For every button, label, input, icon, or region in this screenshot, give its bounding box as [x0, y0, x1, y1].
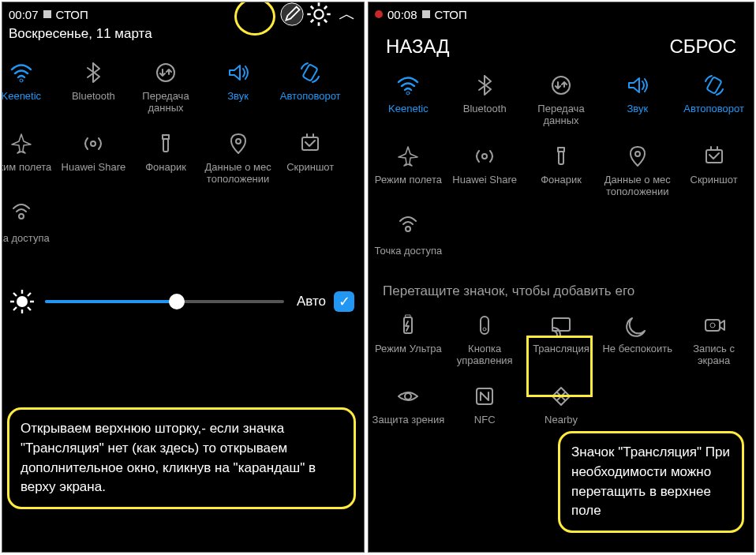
- stop-indicator-icon: [43, 10, 51, 18]
- dnd-icon: [620, 312, 655, 339]
- stop-label: СТОП: [56, 8, 88, 21]
- tile-airplane[interactable]: Режим полета: [370, 143, 447, 198]
- tile-ap[interactable]: чка доступа: [2, 201, 58, 257]
- brightness-row: Авто ✓: [2, 274, 364, 315]
- tile-label: Данные о мес тоположении: [202, 162, 275, 186]
- torch-icon: [544, 143, 578, 170]
- tile-label: Keenetic: [387, 103, 430, 127]
- tile-navkey[interactable]: Кнопка управления: [447, 312, 523, 367]
- rotate-icon: [697, 72, 732, 99]
- ap-icon: [4, 201, 39, 228]
- tile-label: Bluetooth: [70, 91, 117, 114]
- tile-location[interactable]: Данные о мес тоположении: [202, 130, 275, 186]
- tile-bt[interactable]: Bluetooth: [58, 59, 130, 114]
- tile-label: Bluetooth: [462, 103, 508, 127]
- tile-wifi[interactable]: Keenetic: [2, 59, 58, 114]
- tile-location[interactable]: Данные о мес тоположении: [599, 143, 676, 198]
- auto-brightness-label: Авто: [297, 294, 326, 309]
- date-label: Воскресенье, 11 марта: [2, 24, 364, 48]
- tile-eye[interactable]: Защита зрения: [370, 383, 447, 438]
- sound-icon: [620, 72, 655, 99]
- tile-label: Режим Ультра: [373, 343, 443, 367]
- eye-icon: [391, 383, 425, 410]
- reset-button[interactable]: СБРОС: [669, 36, 736, 58]
- tile-torch[interactable]: Фонарик: [523, 143, 600, 198]
- tile-sound[interactable]: Звук: [599, 72, 676, 127]
- tile-label: Автоповорот: [682, 103, 746, 127]
- tile-label: Автоповорот: [279, 91, 342, 114]
- quick-tiles-grid: KeeneticBluetoothПередача данныхЗвукАвто…: [2, 53, 348, 260]
- recording-indicator-icon: [375, 10, 383, 18]
- tile-label: Кнопка управления: [447, 343, 523, 367]
- tile-label: Фонарик: [144, 162, 188, 186]
- tile-data[interactable]: Передача данных: [523, 72, 600, 127]
- tile-torch[interactable]: Фонарик: [129, 130, 202, 186]
- torch-icon: [148, 130, 183, 157]
- collapse-chevron-icon[interactable]: ︿: [339, 2, 356, 26]
- clock: 00:07: [9, 8, 39, 21]
- tile-label: Huawei Share: [451, 174, 518, 198]
- tile-label: Скриншот: [285, 162, 335, 186]
- clock: 00:08: [387, 8, 417, 21]
- data-icon: [148, 59, 183, 86]
- tile-label: Huawei Share: [60, 162, 128, 186]
- sound-icon: [221, 59, 256, 86]
- rotate-icon: [293, 59, 327, 86]
- bt-icon: [76, 59, 110, 86]
- ap-icon: [391, 214, 425, 241]
- settings-button[interactable]: [305, 2, 332, 28]
- tile-label: Фонарик: [539, 174, 583, 198]
- tile-nfc[interactable]: NFC: [447, 383, 523, 438]
- tile-bt[interactable]: Bluetooth: [447, 72, 523, 127]
- tile-wifi[interactable]: Keenetic: [370, 72, 447, 127]
- data-icon: [544, 72, 578, 99]
- tile-battery[interactable]: Режим Ультра: [370, 312, 447, 367]
- tile-rotate[interactable]: Автоповорот: [676, 72, 752, 127]
- record-icon: [697, 312, 732, 339]
- tile-rotate[interactable]: Автоповорот: [274, 59, 346, 114]
- tile-label: чка доступа: [2, 233, 51, 257]
- brightness-slider[interactable]: [45, 300, 284, 303]
- back-button[interactable]: НАЗАД: [386, 36, 450, 58]
- tile-screenshot[interactable]: Скриншот: [274, 130, 346, 186]
- edit-tiles-button[interactable]: [279, 2, 305, 28]
- annotation-callout-1: Открываем верхнюю шторку,- если значка "…: [7, 407, 356, 509]
- highlight-cast-tile: [526, 336, 593, 397]
- airplane-icon: [4, 130, 39, 157]
- screenshot-icon: [293, 130, 327, 157]
- tile-label: Защита зрения: [371, 414, 447, 438]
- tile-label: Не беспокоить: [601, 343, 674, 367]
- tile-label: Точка доступа: [373, 246, 444, 269]
- brightness-thumb[interactable]: [169, 294, 185, 309]
- wifi-icon: [4, 59, 39, 86]
- quick-settings-panel-collapsed: 00:07 СТОП ︿ Воскресенье, 11 марта Keene…: [2, 2, 365, 553]
- active-tiles-grid: KeeneticBluetoothПередача данныхЗвукАвто…: [369, 66, 754, 272]
- drag-hint: Перетащите значок, чтобы добавить его: [369, 272, 754, 304]
- hotspot-icon: [467, 143, 502, 170]
- tile-data[interactable]: Передача данных: [129, 59, 202, 114]
- quick-settings-panel-edit: 00:08 СТОП НАЗАД СБРОС KeeneticBluetooth…: [368, 2, 754, 553]
- stop-indicator-icon: [422, 10, 430, 18]
- tile-label: Передача данных: [129, 91, 202, 114]
- tile-hotspot[interactable]: Huawei Share: [58, 130, 130, 186]
- tile-label: NFC: [473, 414, 497, 438]
- tile-screenshot[interactable]: Скриншот: [676, 143, 752, 198]
- tile-sound[interactable]: Звук: [202, 59, 275, 114]
- tile-airplane[interactable]: ежим полета: [2, 130, 58, 186]
- auto-brightness-checkbox[interactable]: ✓: [334, 291, 354, 312]
- airplane-icon: [391, 143, 425, 170]
- tile-label: Передача данных: [523, 103, 600, 127]
- tile-hotspot[interactable]: Huawei Share: [447, 143, 523, 198]
- status-bar: 00:08 СТОП: [369, 2, 754, 24]
- battery-icon: [391, 312, 425, 339]
- location-icon: [620, 143, 655, 170]
- tile-dnd[interactable]: Не беспокоить: [599, 312, 676, 367]
- location-icon: [221, 130, 256, 157]
- stop-label: СТОП: [435, 8, 467, 21]
- screenshot-icon: [697, 143, 732, 170]
- tile-record[interactable]: Запись с экрана: [676, 312, 752, 367]
- tile-ap[interactable]: Точка доступа: [370, 214, 447, 269]
- tile-label: Звук: [226, 91, 250, 114]
- nfc-icon: [467, 383, 502, 410]
- cast-icon: [544, 312, 578, 339]
